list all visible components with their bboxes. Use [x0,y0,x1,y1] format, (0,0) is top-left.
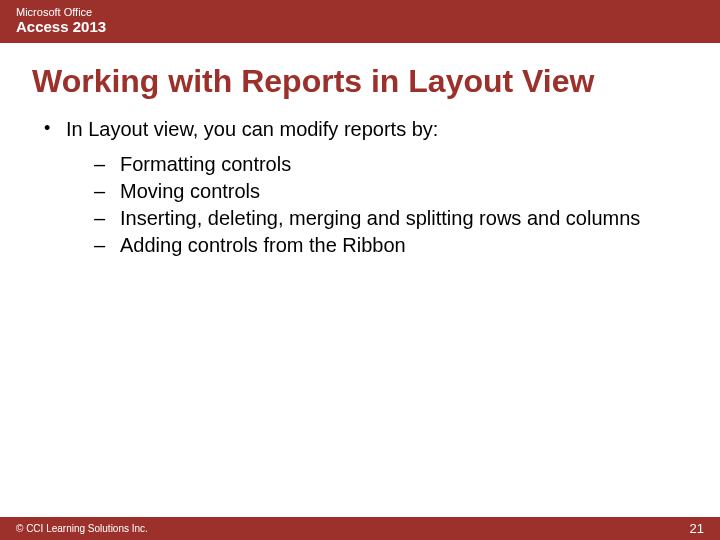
slide-footer: © CCI Learning Solutions Inc. 21 [0,517,720,540]
slide-header: Microsoft Office Access 2013 [0,0,720,43]
header-product-name: Access 2013 [16,18,704,35]
list-item: Inserting, deleting, merging and splitti… [94,205,688,232]
footer-page-number: 21 [690,521,704,536]
list-item: Adding controls from the Ribbon [94,232,688,259]
header-product-line: Microsoft Office [16,6,704,18]
slide-content: In Layout view, you can modify reports b… [0,118,720,259]
slide-title: Working with Reports in Layout View [0,43,720,118]
sub-bullet-list: Formatting controls Moving controls Inse… [40,151,688,259]
footer-copyright: © CCI Learning Solutions Inc. [16,523,148,534]
list-item: Moving controls [94,178,688,205]
list-item: Formatting controls [94,151,688,178]
main-bullet: In Layout view, you can modify reports b… [40,118,688,141]
